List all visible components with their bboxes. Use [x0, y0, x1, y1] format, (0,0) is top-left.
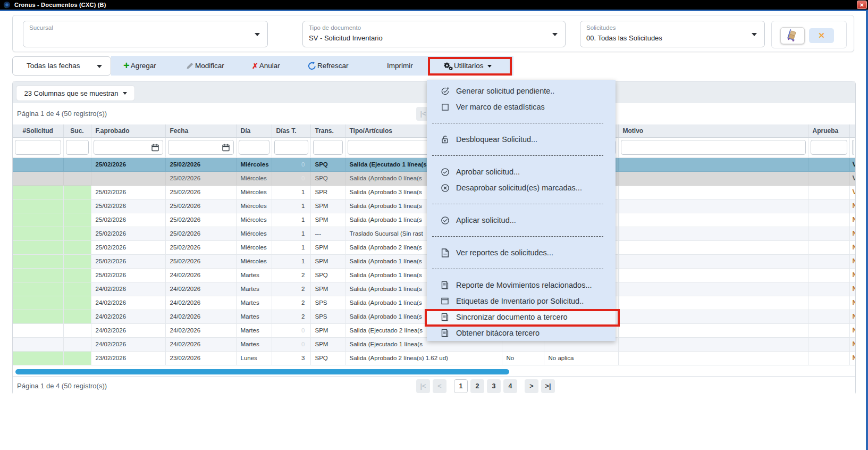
table-cell [63, 337, 91, 351]
menu-item-label: Generar solicitud pendiente.. [456, 87, 554, 95]
table-cell: 25/02/2026 [165, 227, 236, 240]
clear-filter-button[interactable]: ✕ [809, 28, 834, 43]
column-header-motivo[interactable]: Motivo [618, 124, 808, 137]
check-circle-icon [440, 168, 450, 177]
column-header-d-a[interactable]: Día [236, 124, 272, 137]
table-cell [63, 213, 91, 227]
page-button-3[interactable]: 3 [487, 379, 501, 393]
menu-item-reporte-de-movimientos-relacionados[interactable]: Reporte de Movimientos relacionados... [427, 277, 616, 293]
menu-item-desbloquear-solicitud[interactable]: Desbloquear Solicitud... [427, 131, 616, 147]
menu-item-label: Etiquetas de Inventario por Solicitud.. [456, 297, 584, 305]
page-button-first[interactable]: |< [416, 379, 430, 393]
filter-input--solicitud[interactable] [15, 140, 61, 155]
agregar-button[interactable]: +Agregar [123, 56, 156, 76]
page-button-4[interactable]: 4 [503, 379, 517, 393]
filter-input-d-as-t-[interactable] [274, 140, 308, 155]
page-button-prev[interactable]: < [433, 379, 446, 393]
table-cell: Miércoles [236, 240, 272, 254]
refrescar-button[interactable]: Refrescar [308, 56, 349, 76]
report-icon [440, 313, 450, 321]
table-cell [13, 282, 63, 296]
table-cell [808, 240, 849, 254]
solicitudes-dropdown[interactable]: Solicitudes 00. Todas las Solicitudes [580, 21, 765, 47]
anular-button[interactable]: ✗Anular [252, 56, 280, 76]
table-cell [13, 254, 63, 268]
filter-input-trans-[interactable] [313, 140, 343, 155]
page-button-1[interactable]: 1 [454, 379, 468, 393]
menu-item-sincronizar-documento-a-tercero[interactable]: Sincronizar documento a tercero [427, 309, 616, 325]
filter-input-d-a[interactable] [239, 140, 269, 155]
table-cell: Martes [236, 282, 272, 296]
table-cell [618, 282, 808, 296]
filter-input-fecha[interactable] [168, 140, 234, 155]
menu-item-aprobar-solicitud[interactable]: Aprobar solicitud... [427, 164, 616, 180]
column-header-trans-[interactable]: Trans. [310, 124, 345, 137]
table-cell [808, 337, 849, 351]
menu-item-label: Desbloquear Solicitud... [456, 135, 537, 144]
menu-item-ver-marco-de-estad-sticas[interactable]: Ver marco de estadísticas [427, 99, 616, 115]
menu-item-generar-solicitud-pendiente[interactable]: Generar solicitud pendiente.. [427, 83, 616, 99]
columns-selector-button[interactable]: 23 Columnas que se muestran [16, 85, 135, 101]
table-cell [63, 171, 91, 185]
table-cell: N [849, 268, 855, 282]
button-label: Refrescar [317, 62, 349, 70]
table-cell: 25/02/2026 [165, 199, 236, 213]
filter-input-aprueba[interactable] [811, 140, 847, 155]
menu-item-desaprobar-solicitud-es-marcadas[interactable]: Desaprobar solicitud(es) marcadas... [427, 180, 616, 196]
menu-item-label: Reporte de Movimientos relacionados... [456, 281, 592, 289]
table-cell: N [849, 282, 855, 296]
table-cell [63, 351, 91, 365]
table-cell [63, 157, 91, 171]
table-cell [13, 213, 63, 227]
column-header-hidden[interactable] [849, 124, 855, 137]
handtruck-button[interactable] [780, 27, 805, 44]
table-cell: V [849, 171, 855, 185]
unlock-icon [440, 135, 450, 144]
page-button-next[interactable]: > [525, 379, 538, 393]
column-header-aprueba[interactable]: Aprueba [808, 124, 849, 137]
scrollbar-thumb[interactable] [15, 369, 509, 374]
filter-input-col[interactable] [852, 140, 854, 155]
table-cell: SPS [310, 296, 345, 310]
menu-item-ver-reportes-de-solicitudes[interactable]: Ver reportes de solicitudes... [427, 245, 616, 261]
menu-separator [427, 115, 616, 131]
column-header--solicitud[interactable]: #Solicitud [13, 124, 63, 137]
table-cell [618, 296, 808, 310]
table-cell [618, 337, 808, 351]
tipo-documento-dropdown[interactable]: Tipo de documento SV - Solicitud Inventa… [302, 21, 566, 47]
chevron-down-icon [487, 65, 492, 68]
table-cell: 24/02/2026 [91, 337, 165, 351]
table-cell [63, 268, 91, 282]
sucursal-dropdown[interactable]: Sucursal [23, 21, 268, 47]
table-cell: 24/02/2026 [165, 296, 236, 310]
table-cell: Miércoles [236, 227, 272, 240]
button-label: Modificar [195, 62, 224, 70]
window-close-button[interactable]: ✕ [857, 1, 867, 9]
table-cell [618, 227, 808, 240]
column-header-fecha[interactable]: Fecha [165, 124, 236, 137]
page-button-last[interactable]: >| [541, 379, 555, 393]
table-cell [63, 227, 91, 240]
menu-item-obtener-bit-cora-tercero[interactable]: Obtener bitácora tercero [427, 325, 616, 341]
table-cell [13, 310, 63, 323]
menu-item-etiquetas-de-inventario-por-solicitud[interactable]: Etiquetas de Inventario por Solicitud.. [427, 293, 616, 309]
filter-input-motivo[interactable] [621, 140, 806, 155]
date-filter-dropdown[interactable]: Todas las fechas [12, 56, 111, 76]
horizontal-scrollbar[interactable] [13, 368, 855, 376]
table-cell: Salida (Aprobado 2 línea(s) 1.62 ud) [345, 351, 502, 365]
table-cell: N [849, 213, 855, 227]
table-row[interactable]: 23/02/202623/02/2026Lunes3SPQSalida (Apr… [13, 351, 855, 365]
page-button-2[interactable]: 2 [470, 379, 484, 393]
table-cell [618, 199, 808, 213]
utilitarios-button[interactable]: Utilitarios [444, 56, 492, 76]
imprimir-button[interactable]: Imprimir [387, 56, 413, 76]
modificar-button[interactable]: Modificar [186, 56, 224, 76]
table-cell: SPM [310, 323, 345, 337]
menu-item-aplicar-solicitud[interactable]: Aplicar solicitud... [427, 212, 616, 228]
filter-input-f-aprobado[interactable] [94, 140, 163, 155]
column-header-f-aprobado[interactable]: F.aprobado [91, 124, 165, 137]
x-mark-icon: ✗ [252, 62, 258, 70]
column-header-d-as-t-[interactable]: Días T. [272, 124, 310, 137]
column-header-suc-[interactable]: Suc. [63, 124, 91, 137]
filter-input-suc-[interactable] [66, 140, 89, 155]
